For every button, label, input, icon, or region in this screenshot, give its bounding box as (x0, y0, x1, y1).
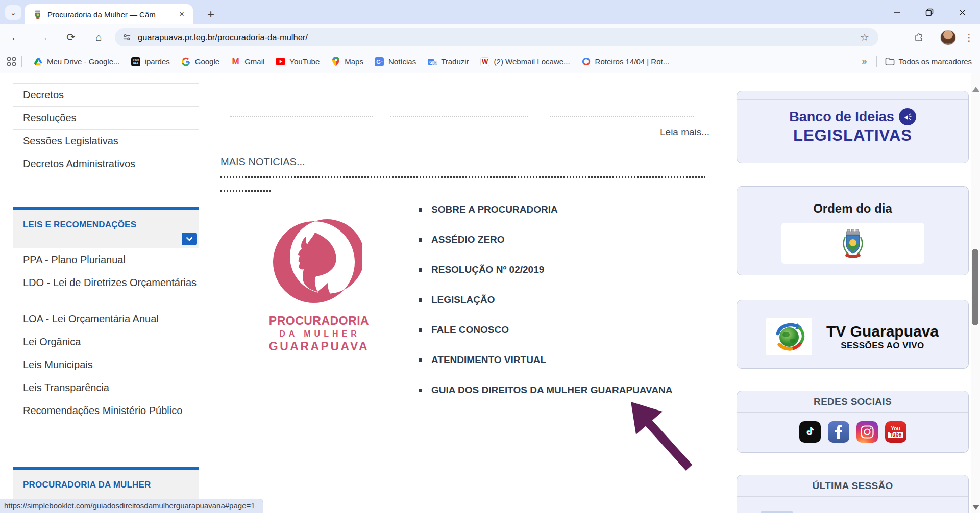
globe-swirl-icon (771, 321, 807, 352)
ordem-do-dia-card[interactable]: Ordem do dia (737, 186, 969, 275)
bookmark-gmail[interactable]: M Gmail (231, 57, 264, 66)
idea-badge-icon (899, 108, 916, 125)
sidebar-item-leis-transparencia[interactable]: Leis Transparência (13, 376, 199, 399)
bookmarks-right-divider (876, 56, 877, 67)
ultima-content-peek (761, 511, 793, 513)
sidebar-nav-top: Decretos Resoluções Sessões Legislativas… (13, 83, 199, 175)
folder-icon (885, 57, 895, 66)
bullet-square (419, 268, 422, 272)
svg-text:文: 文 (433, 61, 437, 65)
bookmark-traduzir[interactable]: G文 Traduzir (427, 57, 469, 66)
google-g-icon (181, 57, 191, 66)
logo-line2: DA MULHER (259, 329, 380, 339)
extensions-icon[interactable] (914, 33, 923, 42)
menu-item-atendimento-virtual[interactable]: ATENDIMENTO VIRTUAL (419, 354, 673, 366)
sidebar-item-resolucoes[interactable]: Resoluções (13, 107, 199, 130)
sidebar-item-decretos-administrativos[interactable]: Decretos Administrativos (13, 152, 199, 175)
bookmark-noticias[interactable]: G≡ Notícias (375, 57, 416, 66)
bookmarks-divider (21, 56, 22, 67)
sidebar-item-recomendacoes[interactable]: Recomendações Ministério Público (13, 399, 199, 435)
sidebar-section-leis: LEIS E RECOMENDAÇÕES (13, 207, 199, 248)
facebook-icon[interactable] (828, 421, 849, 443)
menu-item-sobre[interactable]: SOBRE A PROCURADORIA (419, 204, 673, 215)
status-url-tooltip: https://simplebooklet.com/guiadosdireito… (0, 499, 263, 513)
bullet-square (419, 238, 422, 242)
maps-pin-icon (331, 57, 340, 66)
bookmark-star-icon[interactable]: ☆ (860, 31, 869, 43)
window-restore-button[interactable] (921, 4, 938, 21)
card-header (737, 91, 968, 100)
window-close-button[interactable] (953, 4, 971, 21)
google-news-icon: G≡ (375, 57, 384, 66)
menu-item-guia-direitos[interactable]: GUIA DOS DIREITOS DA MULHER GUARAPUAVANA (419, 384, 673, 396)
menu-item-fale-conosco[interactable]: FALE CONOSCO (419, 324, 673, 336)
bookmark-drive[interactable]: Meu Drive - Google... (33, 57, 120, 66)
bookmark-ipardes[interactable]: IPARDES ipardes (131, 57, 170, 66)
sidebar-item-ldo[interactable]: LDO - Lei de Diretrizes Orçamentárias (13, 271, 199, 307)
bookmark-maps[interactable]: Maps (331, 57, 363, 66)
leia-mais-link[interactable]: Leia mais... (660, 126, 709, 138)
news-dotted-divider (550, 116, 694, 117)
instagram-icon[interactable] (856, 421, 878, 443)
bookmark-roteiros[interactable]: Roteiros 14/04 | Rot... (581, 57, 670, 66)
forward-icon[interactable]: → (35, 29, 52, 46)
card-header (737, 187, 968, 195)
back-icon[interactable]: ← (7, 29, 24, 46)
sidebar-item-leis-municipais[interactable]: Leis Municipais (13, 353, 199, 376)
tiktok-icon[interactable] (799, 421, 821, 443)
bookmarks-overflow-icon[interactable]: » (862, 56, 868, 67)
home-icon[interactable]: ⌂ (90, 29, 107, 46)
tab-search-button[interactable]: ⌄ (5, 5, 21, 20)
sidebar-item-ppa[interactable]: PPA - Plano Plurianual (13, 248, 199, 271)
url-text[interactable]: guarapuava.pr.leg.br/procuradoria-da-mul… (138, 33, 860, 42)
woman-crescent-icon (270, 219, 362, 306)
sidebar-item-lei-organica[interactable]: Lei Orgânica (13, 330, 199, 353)
apps-grid-icon[interactable] (7, 57, 16, 66)
gmail-icon: M (231, 57, 240, 66)
bookmark-webmail[interactable]: W (2) Webmail Locawe... (480, 57, 570, 66)
tv-guarapuava-logo (766, 318, 812, 355)
site-settings-icon[interactable] (122, 33, 132, 42)
menu-item-assedio-zero[interactable]: ASSÉDIO ZERO (419, 234, 673, 245)
profile-avatar[interactable] (940, 30, 956, 45)
drive-icon (33, 57, 43, 66)
youtube-social-icon[interactable]: You Tube (885, 421, 906, 443)
tab-close-icon[interactable]: × (176, 9, 187, 20)
menu-item-resolucao[interactable]: RESOLUÇÃO Nº 02/2019 (419, 264, 673, 275)
youtube-icon (276, 57, 285, 66)
page-scrollbar-thumb[interactable] (972, 249, 978, 325)
news-dotted-divider (230, 116, 373, 117)
banco-de-ideias-card[interactable]: Banco de Ideias LEGISLATIVAS (737, 91, 969, 163)
sidebar-item-decretos[interactable]: Decretos (13, 84, 199, 107)
browser-tab[interactable]: Procuradoria da Mulher — Câm × (24, 4, 193, 24)
banco-title-line1: Banco de Ideias (789, 109, 894, 125)
site-favicon-icon (33, 10, 42, 19)
address-bar[interactable]: guarapuava.pr.leg.br/procuradoria-da-mul… (115, 28, 878, 46)
browser-menu-icon[interactable]: ⋮ (964, 32, 974, 43)
bookmark-youtube[interactable]: YouTube (276, 57, 320, 66)
procuradoria-logo (270, 219, 362, 308)
new-tab-button[interactable]: + (203, 7, 218, 22)
logo-line3: GUARAPUAVA (258, 340, 380, 353)
sidebar-item-loa[interactable]: LOA - Lei Orçamentária Anual (13, 307, 199, 330)
menu-item-legislacao[interactable]: LEGISLAÇÃO (419, 294, 673, 305)
scrollbar-up-arrow[interactable] (972, 87, 979, 92)
bullet-square (419, 328, 422, 332)
purple-arrow-pointer (627, 399, 698, 473)
scrollbar-down-arrow[interactable] (972, 505, 979, 510)
window-minimize-button[interactable] (888, 4, 905, 21)
arrow-up-left-icon (627, 399, 698, 471)
ultima-sessao-card: ÚLTIMA SESSÃO (737, 475, 969, 513)
reload-icon[interactable]: ⟳ (62, 29, 80, 46)
city-coat-of-arms-icon (841, 229, 865, 258)
sidebar-item-sessoes-legislativas[interactable]: Sessões Legislativas (13, 130, 199, 152)
collapse-chevron-button[interactable] (182, 233, 197, 245)
bookmark-google[interactable]: Google (181, 57, 219, 66)
tv-guarapuava-card[interactable]: TV Guarapuava SESSÕES AO VIVO (737, 300, 969, 369)
all-bookmarks-button[interactable]: Todos os marcadores (885, 57, 972, 66)
chevron-down-icon (186, 237, 193, 241)
dashed-divider (220, 176, 705, 178)
svg-text:G: G (429, 59, 433, 64)
ordem-content-box[interactable] (781, 223, 924, 264)
bullet-square (419, 358, 422, 362)
